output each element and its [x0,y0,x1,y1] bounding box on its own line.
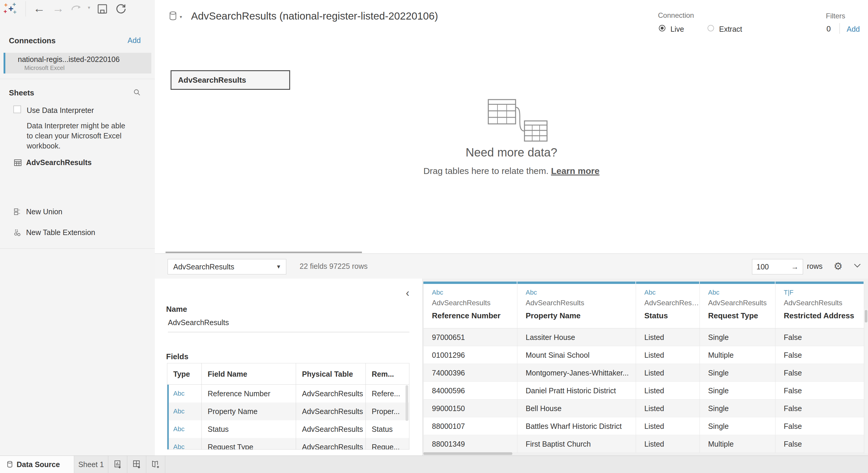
column-accent-bar [775,281,864,284]
grid-cell[interactable]: Listed [636,382,700,400]
col-header-type[interactable]: Type [167,363,202,385]
new-dashboard-button[interactable] [127,456,146,473]
use-data-interpreter-checkbox[interactable] [13,105,21,113]
extract-radio-label[interactable]: Extract [719,25,742,33]
grid-hscrollbar-thumb[interactable] [423,452,512,455]
tab-sheet-1[interactable]: Sheet 1 [74,456,108,473]
grid-cell[interactable]: Listed [636,364,700,382]
field-row[interactable]: Abc Reference Number AdvSearchResults Re… [167,385,409,402]
grid-cell[interactable]: First Baptist Church [517,435,636,453]
new-table-extension-item[interactable]: New Table Extension [13,228,141,238]
grid-column-header[interactable]: Abc AdvSearchResults Reference Number [423,284,517,328]
save-icon[interactable] [96,3,108,15]
field-row[interactable]: Abc Request Type AdvSearchResults Reque.… [167,438,409,449]
grid-cell[interactable]: False [775,328,864,346]
refresh-icon[interactable] [115,3,127,15]
grid-column-header[interactable]: T|F AdvSearchResults Restricted Address [775,284,864,328]
grid-cell[interactable]: 84000596 [423,382,517,400]
grid-cell[interactable]: Listed [636,435,700,453]
section-divider [0,248,155,249]
field-type-badge: Abc [526,289,537,296]
new-worksheet-button[interactable] [108,456,127,473]
grid-cell[interactable]: 88000107 [423,417,517,435]
relationship-canvas: ▾ AdvSearchResults (national-register-li… [155,0,868,254]
live-radio[interactable] [659,25,665,31]
grid-cell[interactable]: Montgomery-Janes-Whittaker... [517,364,636,382]
grid-cell[interactable]: False [775,417,864,435]
grid-cell[interactable]: Listed [636,417,700,435]
grid-column-header[interactable]: Abc AdvSearchResults Property Name [517,284,636,328]
fields-table-vscrollbar[interactable] [405,385,408,421]
grid-cell[interactable]: Multiple [700,346,775,364]
grid-cell[interactable]: Daniel Pratt Historic District [517,382,636,400]
search-icon[interactable] [133,88,141,97]
data-pane-toolbar: AdvSearchResults ▼ 22 fields 97225 rows … [155,254,868,279]
col-header-physical-table[interactable]: Physical Table [296,363,366,385]
row-count-input[interactable]: 100 → [752,259,803,274]
datasource-caret-icon[interactable]: ▾ [180,14,182,20]
logical-table-card[interactable]: AdvSearchResults [170,70,290,90]
grid-cell[interactable]: Lassiter House [517,328,636,346]
grid-vscrollbar-thumb[interactable] [865,310,867,323]
grid-column-header[interactable]: Abc AdvSearchResults Status [636,284,700,328]
grid-cell[interactable]: Mount Sinai School [517,346,636,364]
grid-cell[interactable]: Single [700,382,775,400]
tableau-data-source-page: + + + + + ← → ▾ Connections Add national… [0,0,868,473]
remote-name-cell: Refere... [366,385,409,402]
sheets-title: Sheets [9,88,34,98]
grid-cell[interactable]: 01001296 [423,346,517,364]
grid-cell[interactable]: Listed [636,346,700,364]
new-story-button[interactable] [146,456,165,473]
grid-cell[interactable]: Single [700,328,775,346]
col-header-field-name[interactable]: Field Name [202,363,296,385]
redo-dropdown-caret-icon[interactable]: ▾ [88,5,90,10]
redo-icon[interactable] [71,4,84,13]
forward-button[interactable]: → [52,2,64,15]
tab-data-source[interactable]: Data Source [0,456,74,473]
learn-more-link[interactable]: Learn more [551,166,599,176]
drag-hint-text: Drag tables here to relate them. [423,166,549,176]
grid-cell[interactable]: False [775,346,864,364]
filters-add-link[interactable]: Add [847,25,860,33]
grid-cell[interactable]: Bell House [517,400,636,417]
grid-cell[interactable]: False [775,382,864,400]
field-row[interactable]: Abc Status AdvSearchResults Status [167,420,409,438]
grid-column-header[interactable]: Abc AdvSearchResults Request Type [700,284,775,328]
grid-cell[interactable]: False [775,364,864,382]
grid-cell[interactable]: False [775,435,864,453]
grid-vscrollbar-track[interactable] [864,309,868,453]
grid-cell[interactable]: Single [700,364,775,382]
collapse-panel-chevron-icon[interactable]: ‹ [406,287,409,299]
live-radio-label[interactable]: Live [671,25,684,33]
datasource-db-icon[interactable] [168,11,177,21]
sheet-item-advsearchresults[interactable]: AdvSearchResults [13,158,141,168]
column-accent-bar [517,281,636,284]
sheet-1-tab-label: Sheet 1 [78,460,104,469]
pane-collapse-chevron-icon[interactable] [852,263,862,269]
add-connection-link[interactable]: Add [128,36,141,45]
grid-cell[interactable]: 97000651 [423,328,517,346]
column-name-label: Property Name [526,311,636,320]
connection-item[interactable]: national-regis...isted-20220106 Microsof… [4,53,151,73]
back-button[interactable]: ← [33,2,45,15]
grid-cell[interactable]: Battles Wharf Historic District [517,417,636,435]
extract-radio[interactable] [708,25,714,31]
new-table-extension-label: New Table Extension [26,228,95,237]
new-union-item[interactable]: New Union [13,207,141,217]
grid-cell[interactable]: Multiple [700,435,775,453]
grid-cell[interactable]: Listed [636,328,700,346]
grid-cell[interactable]: Single [700,400,775,417]
grid-cell[interactable]: Single [700,417,775,435]
table-select-dropdown[interactable]: AdvSearchResults ▼ [167,259,286,274]
grid-cell[interactable]: Listed [636,400,700,417]
apply-rows-arrow-icon[interactable]: → [791,259,799,274]
name-input[interactable]: AdvSearchResults [168,318,409,332]
canvas-hscrollbar[interactable] [165,251,362,253]
grid-cell[interactable]: 74000396 [423,364,517,382]
grid-cell[interactable]: 99000150 [423,400,517,417]
grid-cell[interactable]: False [775,400,864,417]
col-header-remote[interactable]: Rem... [366,363,409,385]
grid-cell[interactable]: 88001349 [423,435,517,453]
settings-gear-icon[interactable]: ⚙ [834,260,842,272]
field-row[interactable]: Abc Property Name AdvSearchResults Prope… [167,402,409,420]
